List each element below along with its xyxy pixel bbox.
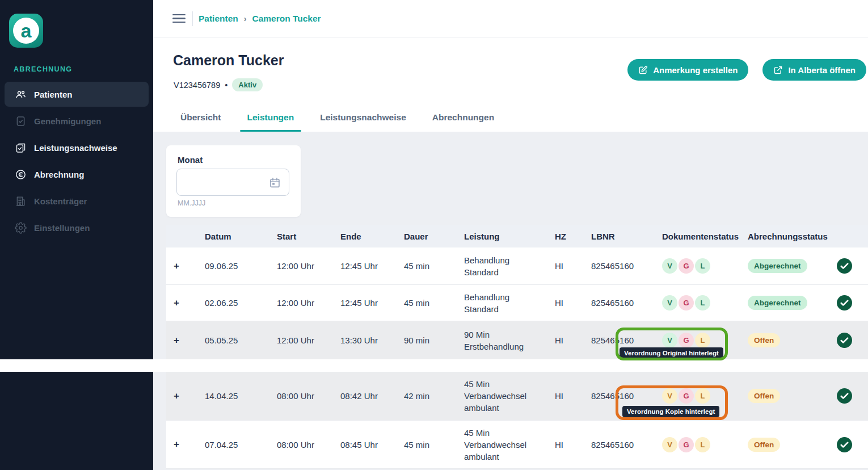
- app-logo-letter: a: [13, 18, 39, 44]
- cell-dauer: 45 min: [404, 440, 464, 450]
- cell-dokumentenstatus: VGL: [662, 258, 748, 274]
- status-badge: Aktiv: [232, 78, 263, 91]
- month-filter-card: Monat MM.JJJJ: [166, 145, 301, 217]
- table-row: +05.05.2512:00 Uhr13:30 Uhr90 min90 Min …: [166, 321, 868, 359]
- services-table: DatumStartEndeDauerLeistungHZLBNRDokumen…: [166, 225, 868, 469]
- cell-dokumentenstatus: VGL: [662, 295, 748, 310]
- tab-leistungsnachweise[interactable]: Leistungsnachweise: [320, 112, 406, 132]
- row-check-icon: [837, 295, 868, 310]
- gear-icon: [15, 222, 27, 234]
- cell-leistung: 45 Min Verbandwechsel ambulant: [464, 427, 555, 463]
- cell-hz: HI: [555, 335, 591, 345]
- cell-datum: 14.04.25: [205, 391, 277, 401]
- tab-bar: ÜbersichtLeistungenLeistungsnachweiseAbr…: [180, 112, 494, 132]
- cell-ende: 13:30 Uhr: [340, 335, 404, 345]
- topbar: Patienten › Cameron Tucker: [153, 0, 868, 37]
- column-header: LBNR: [591, 232, 662, 241]
- cell-hz: HI: [555, 298, 591, 308]
- cell-ende: 12:45 Uhr: [340, 261, 404, 271]
- breadcrumb-patienten[interactable]: Patienten: [199, 14, 238, 24]
- edit-icon: [638, 65, 648, 75]
- calendar-icon: [269, 177, 281, 188]
- in-alberta-oeffnen-button[interactable]: In Alberta öffnen: [762, 59, 866, 81]
- page-title: Cameron Tucker: [173, 52, 284, 69]
- table-row: +07.04.2508:00 Uhr08:45 Uhr45 min45 Min …: [166, 421, 868, 469]
- column-header: Dokumentenstatus: [662, 232, 748, 241]
- tab-bersicht[interactable]: Übersicht: [180, 112, 221, 132]
- breadcrumb-current[interactable]: Cameron Tucker: [252, 14, 321, 24]
- sidebar-section-label: ABRECHNUNG: [14, 65, 72, 73]
- sidebar-item-patienten[interactable]: Patienten: [5, 82, 149, 107]
- doc-status-badge-g[interactable]: G: [679, 437, 694, 452]
- cell-abrechnungsstatus: Abgerechnet: [748, 259, 837, 273]
- expand-row-button[interactable]: +: [166, 297, 205, 309]
- sidebar-item-abrechnung[interactable]: Abrechnung: [5, 162, 149, 187]
- cell-ende: 12:45 Uhr: [340, 298, 404, 308]
- cell-leistung: Behandlung Standard: [464, 291, 555, 315]
- euro-circle-icon: [15, 169, 27, 181]
- sidebar-item-einstellungen[interactable]: Einstellungen: [5, 215, 149, 240]
- expand-row-button[interactable]: +: [166, 261, 205, 272]
- row-check-icon: [837, 258, 868, 274]
- doc-status-badge-v[interactable]: V: [662, 437, 677, 452]
- cell-leistung: Behandlung Standard: [464, 254, 555, 278]
- cell-start: 12:00 Uhr: [277, 298, 340, 308]
- breadcrumb-chevron-icon: ›: [244, 14, 247, 23]
- annotation-box-green: [616, 328, 728, 360]
- column-header: Leistung: [464, 230, 555, 242]
- menu-icon[interactable]: [172, 14, 186, 23]
- doc-status-badge-l[interactable]: L: [695, 437, 710, 452]
- cell-dauer: 45 min: [404, 298, 464, 308]
- users-icon: [15, 89, 27, 100]
- cell-leistung: 90 Min Erstbehandlung: [464, 329, 555, 352]
- tab-leistungen[interactable]: Leistungen: [247, 112, 294, 132]
- cell-lbnr: 825465160: [591, 440, 662, 450]
- page-header: Cameron Tucker V123456789 • Aktiv Anmerk…: [153, 38, 868, 132]
- doc-status-badge-v[interactable]: V: [662, 295, 677, 310]
- sidebar-item-genehmigungen[interactable]: Genehmigungen: [5, 108, 149, 133]
- tab-abrechnungen[interactable]: Abrechnungen: [432, 112, 494, 132]
- month-filter-input[interactable]: [176, 169, 289, 196]
- cell-lbnr: 825465160: [591, 298, 662, 308]
- cell-datum: 05.05.25: [205, 335, 277, 345]
- row-check-icon: [837, 437, 868, 452]
- stitch-band: [0, 359, 868, 372]
- cell-lbnr: 825465160: [591, 261, 662, 271]
- cell-start: 08:00 Uhr: [277, 391, 340, 401]
- sidebar-nav: PatientenGenehmigungenLeistungsnachweise…: [5, 82, 149, 240]
- expand-row-button[interactable]: +: [166, 391, 205, 402]
- anmerkung-erstellen-button[interactable]: Anmerkung erstellen: [627, 59, 748, 81]
- cell-dauer: 45 min: [404, 261, 464, 271]
- cell-abrechnungsstatus: Abgerechnet: [748, 296, 837, 310]
- cell-start: 08:00 Uhr: [277, 440, 340, 450]
- month-filter-label: Monat: [178, 155, 203, 165]
- app-logo[interactable]: a: [9, 14, 43, 48]
- doc-status-badge-v[interactable]: V: [662, 258, 677, 274]
- cell-hz: HI: [555, 261, 591, 271]
- cell-abrechnungsstatus: Offen: [748, 438, 837, 452]
- cell-hz: HI: [555, 440, 591, 450]
- cell-dauer: 90 min: [404, 335, 464, 345]
- column-header: Start: [277, 232, 340, 241]
- row-check-icon: [837, 333, 868, 348]
- column-header: Datum: [205, 232, 277, 241]
- document-check-icon: [15, 115, 27, 127]
- sidebar-bottom-block: [0, 372, 153, 470]
- doc-status-badge-l[interactable]: L: [695, 295, 710, 310]
- sidebar-item-leistungsnachweise[interactable]: Leistungsnachweise: [5, 135, 149, 160]
- column-header: Ende: [340, 232, 404, 241]
- sidebar-item-kostentrger[interactable]: Kostenträger: [5, 188, 149, 213]
- row-check-icon: [837, 388, 868, 404]
- doc-status-badge-l[interactable]: L: [695, 258, 710, 274]
- table-row: +09.06.2512:00 Uhr12:45 Uhr45 minBehandl…: [166, 247, 868, 285]
- cell-dauer: 42 min: [404, 391, 464, 401]
- doc-status-badge-g[interactable]: G: [679, 258, 694, 274]
- external-link-icon: [773, 65, 783, 75]
- cell-ende: 08:45 Uhr: [340, 440, 404, 450]
- cell-datum: 09.06.25: [205, 261, 277, 271]
- doc-status-badge-g[interactable]: G: [679, 295, 694, 310]
- cell-dokumentenstatus: VGL: [662, 437, 748, 452]
- expand-row-button[interactable]: +: [166, 335, 205, 346]
- cell-start: 12:00 Uhr: [277, 335, 340, 345]
- expand-row-button[interactable]: +: [166, 439, 205, 450]
